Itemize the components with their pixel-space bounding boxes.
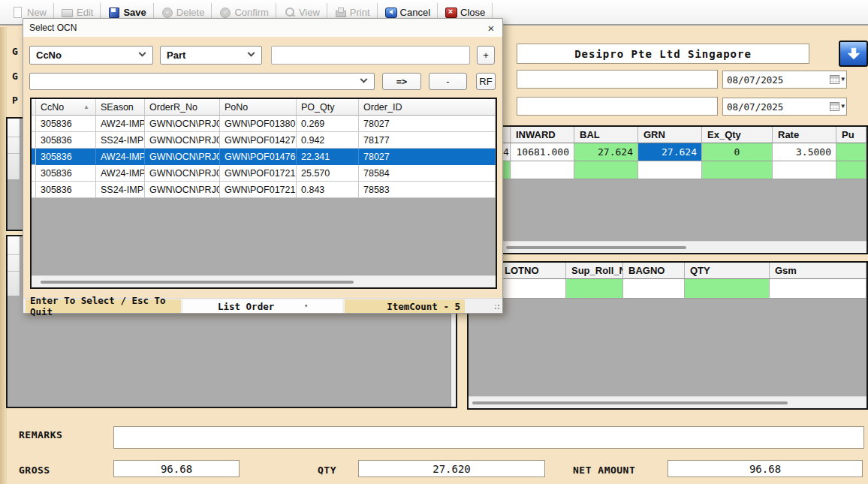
- table-row[interactable]: 305836SS24-IMP ...GWN\OCN\PRJ00...GWN\PO…: [32, 182, 496, 198]
- grid-cell[interactable]: [511, 161, 574, 179]
- grid-column-header-sup_roll_n[interactable]: Sup_Roll_N: [566, 263, 623, 279]
- table-cell[interactable]: 78583: [359, 182, 496, 198]
- table-cell[interactable]: GWN\OCN\PRJ00...: [145, 116, 220, 132]
- search-input[interactable]: [271, 46, 470, 65]
- table-cell[interactable]: GWN\POF01476: [220, 149, 297, 165]
- scrollbar-thumb[interactable]: [506, 246, 686, 249]
- table-cell[interactable]: 78027: [359, 149, 496, 165]
- table-cell[interactable]: GWN\POF01721: [220, 165, 297, 182]
- table-cell[interactable]: 25.570: [297, 165, 359, 182]
- column-header-season[interactable]: SEason: [96, 99, 145, 116]
- table-cell[interactable]: 305836: [36, 182, 96, 198]
- table-row[interactable]: 305836AW24-IMP...GWN\OCN\PRJ00...GWN\POF…: [32, 116, 496, 132]
- qty-field[interactable]: 27.620: [358, 460, 545, 477]
- grid-cell[interactable]: [770, 279, 866, 299]
- table-row[interactable]: 305836AW24-IMP...GWN\OCN\PRJ00...GWN\POF…: [32, 149, 496, 165]
- grid-cell[interactable]: 27.624: [574, 143, 638, 161]
- reference-field-1[interactable]: [517, 70, 718, 89]
- gross-field[interactable]: 96.68: [113, 460, 240, 477]
- grid-column-header-bal[interactable]: BAL: [574, 127, 638, 143]
- field-selector-combobox[interactable]: CcNo: [29, 46, 153, 65]
- grid-cell[interactable]: [836, 161, 866, 179]
- table-cell[interactable]: GWN\POF01721: [220, 182, 297, 198]
- grid-cell[interactable]: [574, 161, 638, 179]
- grid-cell[interactable]: [773, 161, 836, 179]
- grid-cell[interactable]: [502, 161, 511, 179]
- table-row[interactable]: 305836SS24-IMP ...GWN\OCN\PRJ00...GWN\PO…: [32, 132, 496, 149]
- list-order-combobox[interactable]: List Order ▾: [183, 299, 342, 313]
- table-cell[interactable]: 22.341: [297, 149, 359, 165]
- column-header-po_qty[interactable]: PO_Qty: [297, 99, 359, 116]
- table-cell[interactable]: 0.942: [297, 132, 359, 149]
- table-cell[interactable]: 78027: [359, 116, 496, 132]
- add-filter-button[interactable]: +: [477, 46, 495, 65]
- grid-horizontal-scrollbar[interactable]: [469, 396, 866, 408]
- table-cell[interactable]: SS24-IMP ...: [96, 182, 145, 198]
- grid-column-header-pu[interactable]: Pu: [836, 127, 866, 143]
- grid-column-header-inward[interactable]: INWARD: [511, 127, 574, 143]
- date-field-2[interactable]: 08/07/2025 ▼: [722, 98, 847, 116]
- grid-cell[interactable]: 3.5000: [773, 143, 836, 161]
- table-row[interactable]: 305836AW24-IMP...GWN\OCN\PRJ00...GWN\POF…: [32, 165, 496, 182]
- refresh-button[interactable]: RF: [476, 73, 496, 90]
- table-cell[interactable]: GWN\OCN\PRJ00...: [145, 132, 220, 149]
- table-horizontal-scrollbar[interactable]: [32, 275, 496, 287]
- table-cell[interactable]: 0.269: [297, 116, 359, 132]
- column-header-orderr_no[interactable]: OrderR_No: [145, 99, 220, 116]
- part-selector-combobox[interactable]: Part: [160, 46, 262, 65]
- grid-column-header-bagno[interactable]: BAGNO: [623, 263, 685, 279]
- filter-value-combobox[interactable]: [29, 73, 375, 90]
- table-cell[interactable]: GWN\POF01380: [220, 116, 297, 132]
- table-cell[interactable]: 78584: [359, 165, 496, 182]
- remarks-field[interactable]: [113, 426, 864, 449]
- date-1-picker-button[interactable]: ▼: [830, 75, 846, 84]
- net-amount-field[interactable]: 96.68: [668, 460, 863, 477]
- grid-cell[interactable]: [623, 279, 685, 299]
- dialog-titlebar[interactable]: Select OCN ×: [23, 19, 502, 37]
- grid-cell[interactable]: [685, 279, 770, 299]
- table-cell[interactable]: 305836: [36, 132, 96, 149]
- grid-cell[interactable]: [566, 279, 623, 299]
- column-header-order_id[interactable]: Order_ID: [359, 99, 496, 116]
- grid-cell[interactable]: 10681.000: [511, 143, 574, 161]
- grid-cell[interactable]: 0: [702, 143, 773, 161]
- left-upper-grid-scrollbar[interactable]: [8, 119, 20, 179]
- grid-cell[interactable]: [638, 161, 702, 179]
- table-cell[interactable]: 305836: [36, 165, 96, 182]
- grid-column-header-ex_qty[interactable]: Ex_Qty: [702, 127, 773, 143]
- reference-field-2[interactable]: [517, 97, 718, 116]
- grid-cell[interactable]: [702, 161, 773, 179]
- table-cell[interactable]: 305836: [36, 116, 96, 132]
- download-arrow-button[interactable]: [839, 41, 868, 67]
- grid-column-header-rate[interactable]: Rate: [773, 127, 836, 143]
- left-lower-grid-scrollbar[interactable]: [8, 236, 20, 296]
- grid-column-header-gsm[interactable]: Gsm: [770, 263, 866, 279]
- table-cell[interactable]: GWN\POF01427: [220, 132, 297, 149]
- grid-horizontal-scrollbar[interactable]: [469, 241, 866, 253]
- table-cell[interactable]: AW24-IMP...: [96, 149, 145, 165]
- table-cell[interactable]: GWN\OCN\PRJ00...: [145, 149, 220, 165]
- grid-column-header-grn[interactable]: GRN: [638, 127, 702, 143]
- date-2-picker-button[interactable]: ▼: [830, 102, 846, 111]
- resize-grip[interactable]: [493, 302, 500, 310]
- table-cell[interactable]: AW24-IMP...: [96, 116, 145, 132]
- table-cell[interactable]: 305836: [36, 149, 96, 165]
- grid-cell[interactable]: 4: [502, 143, 511, 161]
- table-cell[interactable]: 0.843: [297, 182, 359, 198]
- grid-cell[interactable]: 27.624: [638, 143, 702, 161]
- date-field-1[interactable]: 08/07/2025 ▼: [722, 71, 847, 89]
- table-cell[interactable]: AW24-IMP...: [96, 165, 145, 182]
- grid-column-header-qty[interactable]: QTY: [685, 263, 770, 279]
- table-cell[interactable]: GWN\OCN\PRJ00...: [145, 165, 220, 182]
- remove-filter-button[interactable]: -: [429, 73, 467, 90]
- grid-cell[interactable]: [836, 143, 866, 161]
- column-header-pono[interactable]: PoNo: [220, 99, 297, 116]
- table-cell[interactable]: 78177: [359, 132, 496, 149]
- dialog-close-icon[interactable]: ×: [480, 19, 502, 37]
- table-cell[interactable]: GWN\OCN\PRJ00...: [145, 182, 220, 198]
- apply-filter-button[interactable]: =>: [382, 73, 421, 90]
- scrollbar-thumb[interactable]: [472, 401, 788, 404]
- table-cell[interactable]: SS24-IMP ...: [96, 132, 145, 149]
- company-field[interactable]: Desipro Pte Ltd Singapore: [517, 44, 809, 64]
- column-header-ccno[interactable]: CcNo▲: [36, 99, 96, 116]
